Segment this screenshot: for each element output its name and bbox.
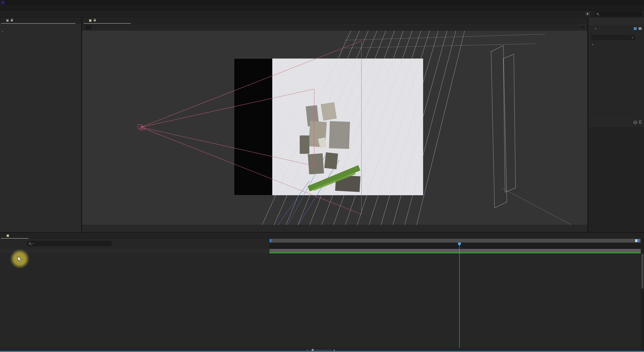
grid-view-icon[interactable] (634, 27, 636, 30)
creative-cloud-icon[interactable]: cc (634, 121, 637, 124)
window-bottom-accent (0, 351, 644, 352)
delete-icon[interactable] (639, 121, 641, 124)
lock-icon[interactable] (11, 20, 13, 21)
workspace-settings-icon[interactable]: ❖ (585, 12, 590, 16)
timeline-column-headers (0, 249, 270, 254)
zoom-out-icon[interactable]: ▲ (307, 349, 308, 351)
composition-viewport[interactable] (82, 30, 588, 225)
search-icon (597, 13, 598, 15)
search-icon (29, 242, 31, 244)
viewport-3d-scene (82, 30, 588, 225)
adobe-stock-search-input[interactable]: ▼ (592, 35, 635, 40)
chevron-down-icon: ▼ (632, 36, 633, 39)
after-effects-window: ❖ ▼ (0, 0, 644, 352)
chevron-down-icon: ▼ (594, 28, 596, 30)
titlebar (0, 0, 644, 5)
list-view-icon[interactable] (638, 28, 642, 30)
timeline-search-input[interactable]: ▼ (26, 241, 112, 246)
lock-icon[interactable] (94, 20, 96, 21)
composition-statusbar (82, 225, 588, 232)
scrollbar-thumb[interactable] (642, 254, 644, 289)
toolbar: ❖ (0, 10, 644, 17)
app-icon (1, 1, 4, 4)
comp-swatch (89, 20, 92, 22)
time-ruler[interactable] (270, 242, 641, 249)
composition-panel (82, 17, 588, 232)
right-panel-stack: ▼ ▼ ▼ cc (588, 17, 644, 232)
timeline-panel: ▼ ▲ ▲ (0, 233, 644, 352)
viewer-tab-comp1[interactable] (86, 25, 91, 30)
layer-list (0, 254, 641, 348)
work-area-bar[interactable] (270, 249, 641, 252)
effect-expand-icon[interactable]: ▼ (2, 31, 3, 33)
renderer-button[interactable] (580, 25, 585, 29)
playhead[interactable] (459, 242, 460, 348)
comp-swatch (7, 234, 9, 237)
mouse-cursor (18, 256, 22, 262)
timeline-vertical-scrollbar[interactable] (641, 239, 644, 352)
panel-header-libraries[interactable] (588, 17, 644, 25)
effect-controls-panel: ▼ (0, 17, 81, 232)
time-navigator[interactable] (270, 239, 641, 242)
help-search-input[interactable] (595, 12, 642, 16)
zoom-slider-thumb[interactable] (312, 349, 314, 351)
panel-swatch (6, 20, 8, 22)
menubar (0, 5, 644, 10)
chevron-down-icon: ▼ (32, 243, 34, 244)
colors-section-header[interactable]: ▼ (592, 43, 594, 46)
libraries-panel-body: ▼ ▼ ▼ cc (588, 25, 644, 126)
